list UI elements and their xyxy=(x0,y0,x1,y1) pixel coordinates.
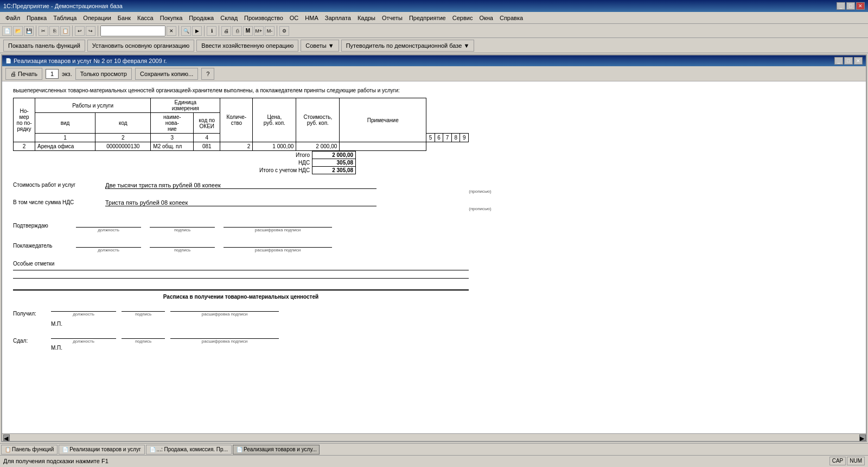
row-vid: Аренда офиса xyxy=(35,142,95,151)
tips-button[interactable]: Советы ▼ xyxy=(301,40,339,52)
itogo-nds-value: 2 305,08 xyxy=(312,167,356,174)
receiver-podpis: подпись xyxy=(174,248,190,253)
guide-button[interactable]: Путеводитель по демонстрационной базе ▼ xyxy=(341,40,475,52)
search-clear-icon[interactable]: ✕ xyxy=(167,26,176,36)
page-label: экз. xyxy=(62,71,72,77)
find-next-icon[interactable]: ▶ xyxy=(192,26,202,36)
show-panel-button[interactable]: Показать панель функций xyxy=(3,40,85,52)
sent-dolzhnost: должность xyxy=(73,339,94,344)
close-button[interactable]: ✕ xyxy=(856,2,865,10)
confirm-dolzhnost: должность xyxy=(98,228,119,232)
receiver-rasshifrovka: расшифровка подписи xyxy=(255,248,301,253)
new-icon[interactable]: 📄 xyxy=(2,26,12,36)
col-vid-header: вид xyxy=(35,113,95,134)
m-icon[interactable]: M xyxy=(243,26,253,36)
table-row: 2 Аренда офиса 00000000130 М2 общ. пл 08… xyxy=(14,142,469,151)
menu-enterprise[interactable]: Предприятие xyxy=(406,14,449,22)
itogo-nds-label: Итого с учетом НДС xyxy=(257,167,312,174)
menu-help[interactable]: Справка xyxy=(496,14,526,22)
col-num4: 4 xyxy=(194,134,220,142)
info-icon[interactable]: ℹ xyxy=(207,26,216,36)
open-icon[interactable]: 📂 xyxy=(13,26,23,36)
doc-maximize-button[interactable]: □ xyxy=(844,57,853,65)
col-qty-header: Количе-ство xyxy=(220,98,253,142)
menu-bank[interactable]: Банк xyxy=(114,14,134,22)
mminus-icon[interactable]: M- xyxy=(265,26,275,36)
col-kod-header: код xyxy=(95,113,151,134)
find-icon[interactable]: 🔍 xyxy=(181,26,191,36)
app-title: 1С:Предприятие - Демонстрационная база xyxy=(3,3,123,9)
print-bar: 🖨 Печать экз. Только просмотр Сохранить … xyxy=(2,66,866,81)
received-label: Получил: xyxy=(13,311,46,317)
enter-operation-button[interactable]: Ввести хозяйственную операцию xyxy=(196,40,298,52)
secondary-toolbar: Показать панель функций Установить основ… xyxy=(0,38,868,53)
redo-icon[interactable]: ↪ xyxy=(86,26,95,36)
horizontal-scrollbar[interactable]: ◀ ▶ xyxy=(2,433,866,441)
menu-nma[interactable]: НМА xyxy=(302,14,321,22)
cost-sub: (прописью) xyxy=(105,189,855,194)
menu-windows[interactable]: Окна xyxy=(476,14,496,22)
task-panel-button[interactable]: 📋 Панель функций xyxy=(1,445,58,455)
col-num5: 5 xyxy=(426,134,435,142)
task-realization-button[interactable]: 📄 Реализация товаров и услу... xyxy=(233,445,320,455)
status-bar: Для получения подсказки нажмите F1 CAP N… xyxy=(0,455,868,466)
menu-salary[interactable]: Зарплата xyxy=(322,14,354,22)
col-num1: 1 xyxy=(35,134,95,142)
menu-warehouse[interactable]: Склад xyxy=(217,14,241,22)
set-org-button[interactable]: Установить основную организацию xyxy=(87,40,195,52)
save-icon[interactable]: 💾 xyxy=(24,26,34,36)
col-works-header: Работы и услуги xyxy=(35,98,151,113)
sent-label: Сдал: xyxy=(13,338,46,344)
settings-icon[interactable]: ⚙ xyxy=(279,26,289,36)
print-icon[interactable]: 🖨 xyxy=(221,26,231,36)
search-input[interactable] xyxy=(100,26,165,36)
row-kod: 00000000130 xyxy=(95,142,151,151)
doc-close-button[interactable]: ✕ xyxy=(854,57,863,65)
col-naim-header: наиме-нова-ние xyxy=(151,113,194,134)
minimize-button[interactable]: _ xyxy=(837,2,845,10)
cut-icon[interactable]: ✂ xyxy=(39,26,48,36)
maximize-button[interactable]: □ xyxy=(846,2,855,10)
received-row: Получил: должность подпись расшифровка п… xyxy=(13,303,469,317)
view-only-button[interactable]: Только просмотр xyxy=(75,68,132,80)
print2-icon[interactable]: ⎙ xyxy=(232,26,242,36)
task-sale-commission-button[interactable]: 📄 ...: Продажа, комиссия. Пр... xyxy=(146,445,232,455)
menu-production[interactable]: Производство xyxy=(241,14,286,22)
itogo-label: Итого xyxy=(257,152,312,159)
print-button[interactable]: 🖨 Печать xyxy=(5,68,42,80)
scroll-left-btn[interactable]: ◀ xyxy=(3,434,10,441)
scroll-right-btn[interactable]: ▶ xyxy=(859,434,866,441)
nds-value: 305,08 xyxy=(312,159,356,167)
menu-edit[interactable]: Правка xyxy=(23,14,50,22)
doc-minimize-button[interactable]: _ xyxy=(834,57,843,65)
help-doc-button[interactable]: ? xyxy=(201,68,214,80)
copy-icon[interactable]: ⎘ xyxy=(49,26,59,36)
undo-icon[interactable]: ↩ xyxy=(75,26,85,36)
sent-row: Сдал: должность подпись расшифровка подп… xyxy=(13,330,469,344)
menu-service[interactable]: Сервис xyxy=(449,14,476,22)
doc-title-buttons[interactable]: _ □ ✕ xyxy=(834,57,863,65)
menu-staff[interactable]: Кадры xyxy=(354,14,379,22)
menu-operations[interactable]: Операции xyxy=(80,14,114,22)
save-copy-button[interactable]: Сохранить копию... xyxy=(135,68,198,80)
page-number-input[interactable] xyxy=(46,69,59,79)
task-realization-list-button[interactable]: 📄 Реализации товаров и услуг xyxy=(59,445,144,455)
col-num9: 9 xyxy=(460,134,469,142)
nds-sub: (прописью) xyxy=(105,206,855,211)
itogo-value: 2 000,00 xyxy=(312,152,356,159)
menu-sale[interactable]: Продажа xyxy=(186,14,217,22)
col-num-header: Но-мерпо по-рядку xyxy=(14,98,35,142)
title-bar-buttons[interactable]: _ □ ✕ xyxy=(837,2,865,10)
printer-icon: 🖨 xyxy=(10,71,16,77)
menu-reports[interactable]: Отчеты xyxy=(379,14,406,22)
paste-icon[interactable]: 📋 xyxy=(60,26,70,36)
menu-os[interactable]: ОС xyxy=(286,14,302,22)
doc-title: Реализация товаров и услуг № 2 от 10 фев… xyxy=(14,58,167,64)
receipt-section: Расписка в получении товарно-материальны… xyxy=(13,289,469,351)
mplus-icon[interactable]: M+ xyxy=(254,26,264,36)
menu-purchase[interactable]: Покупка xyxy=(157,14,186,22)
menu-file[interactable]: Файл xyxy=(2,14,23,22)
menu-table[interactable]: Таблица xyxy=(50,14,80,22)
menu-cash[interactable]: Касса xyxy=(134,14,157,22)
row-okei: 081 xyxy=(194,142,220,151)
